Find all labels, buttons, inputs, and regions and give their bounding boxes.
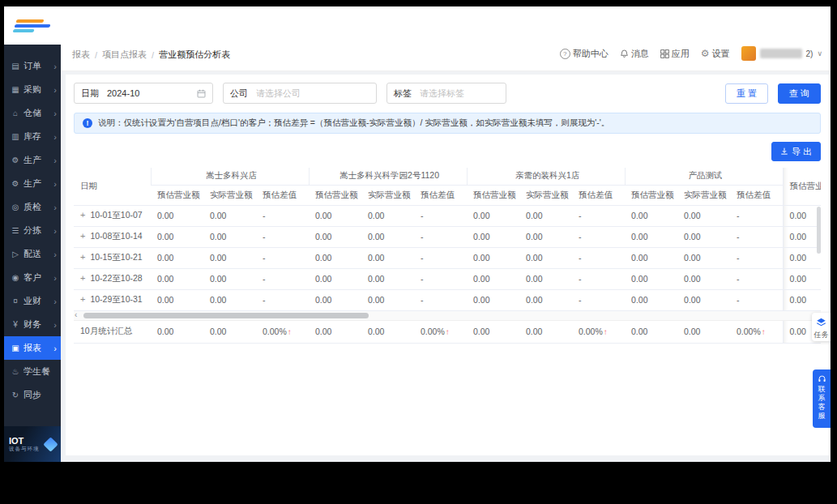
finance-icon: ¥ xyxy=(11,320,20,329)
chevron-right-icon: › xyxy=(53,344,57,353)
chevron-right-icon: › xyxy=(53,132,57,142)
apps-label: 应用 xyxy=(672,48,690,60)
cell-value: - xyxy=(730,247,783,268)
sidebar-item-label: 采购 xyxy=(23,83,41,96)
date-input[interactable]: 日期 2024-10 xyxy=(74,83,213,104)
calendar-icon[interactable] xyxy=(197,89,206,98)
download-icon xyxy=(780,147,788,156)
chevron-down-icon: ∨ xyxy=(817,49,822,58)
sub-column-header: 预估差值 xyxy=(572,185,625,205)
scroll-left-icon[interactable]: ‹ xyxy=(75,310,77,319)
sidebar-item-label: 订单 xyxy=(23,60,41,72)
table-row: +10-01至10-070.000.00-0.000.00-0.000.00-0… xyxy=(74,205,821,226)
summary-cell-value: 0.00 xyxy=(519,321,572,344)
messages-button[interactable]: 消息 xyxy=(620,48,649,60)
sidebar-item-report[interactable]: ▣报表› xyxy=(4,336,61,360)
iot-panel[interactable]: IOT 设备与环境 xyxy=(4,426,61,462)
vertical-scrollbar-thumb[interactable] xyxy=(817,207,821,254)
sidebar-item-production-2[interactable]: ⚙生产› xyxy=(4,172,61,195)
table-row: +10-08至10-140.000.00-0.000.00-0.000.00-0… xyxy=(74,226,821,247)
group-header: 嵩士多科兴店 xyxy=(151,168,309,185)
cell-value: 0.00 xyxy=(519,205,572,226)
reset-button[interactable]: 重 置 xyxy=(725,83,768,104)
logo-cell[interactable] xyxy=(4,6,61,45)
user-menu[interactable]: 2) ∨ xyxy=(741,46,823,61)
row-date-label: 10-22至10-28 xyxy=(90,273,142,283)
breadcrumb-reports[interactable]: 报表 xyxy=(72,49,90,61)
row-date-label: 10-15至10-21 xyxy=(90,252,142,262)
company-label: 公司 xyxy=(230,88,248,100)
expand-icon[interactable]: + xyxy=(80,273,85,283)
cell-value: 0.00 xyxy=(467,226,519,247)
sidebar-item-sync[interactable]: ↻同步 xyxy=(4,383,61,407)
expand-icon[interactable]: + xyxy=(80,231,85,241)
sidebar-item-sorting[interactable]: ☰分拣› xyxy=(4,219,61,242)
sidebar-item-label: 生产 xyxy=(23,154,41,166)
sidebar-item-production-1[interactable]: ⚙生产› xyxy=(4,148,61,172)
table-row: +10-29至10-310.000.00-0.000.00-0.000.00-0… xyxy=(74,289,821,310)
sync-icon: ↻ xyxy=(11,391,20,399)
tag-select[interactable]: 标签 请选择标签 xyxy=(386,83,506,104)
sidebar-item-quality[interactable]: ◎质检› xyxy=(4,195,61,219)
up-arrow-icon: ↑ xyxy=(288,327,292,336)
cell-value: 0.00 xyxy=(677,247,730,268)
cell-value: 0.00 xyxy=(519,226,572,247)
purchase-icon: ▦ xyxy=(11,85,20,94)
summary-cell-value: 0.00%↑ xyxy=(730,321,783,344)
scrollbar-thumb[interactable] xyxy=(83,313,369,318)
expand-icon[interactable]: + xyxy=(80,210,85,220)
sidebar-item-finance[interactable]: ¥财务› xyxy=(4,313,61,336)
cell-value: 0.00 xyxy=(151,289,203,310)
cell-value: - xyxy=(730,268,783,289)
breadcrumb: 报表 / 项目点报表 / 营业额预估分析表 xyxy=(72,49,230,61)
row-date-label: 10-08至10-14 xyxy=(90,231,142,241)
row-date-cell: +10-08至10-14 xyxy=(74,226,151,247)
sidebar-item-label: 库存 xyxy=(23,130,41,143)
cell-value: - xyxy=(572,205,625,226)
breadcrumb-project-reports[interactable]: 项目点报表 xyxy=(102,49,147,61)
help-center-button[interactable]: ? 帮助中心 xyxy=(560,48,609,60)
chevron-right-icon: › xyxy=(53,203,57,212)
sidebar-menu: ▤订单›▦采购›⌂仓储›▥库存›⚙生产›⚙生产›◎质检›☰分拣›▷配送›◉客户›… xyxy=(4,45,61,407)
chevron-right-icon: › xyxy=(53,109,57,118)
row-date-cell: +10-15至10-21 xyxy=(74,247,151,268)
sidebar-item-orders[interactable]: ▤订单› xyxy=(4,54,61,78)
chevron-right-icon: › xyxy=(53,62,57,71)
cell-value: 0.00 xyxy=(361,289,414,310)
customer-icon: ◉ xyxy=(11,273,20,282)
sidebar-item-customer[interactable]: ◉客户› xyxy=(4,266,61,289)
chevron-right-icon: › xyxy=(53,179,57,189)
expand-icon[interactable]: + xyxy=(80,294,85,304)
task-float-button[interactable]: 任务 xyxy=(812,313,831,341)
sidebar-item-student-meal[interactable]: ♨学生餐 xyxy=(4,360,61,383)
sidebar-item-warehouse[interactable]: ⌂仓储› xyxy=(4,101,61,125)
sub-column-header: 实际营业额 xyxy=(361,185,414,205)
sidebar-item-purchase[interactable]: ▦采购› xyxy=(4,78,61,101)
apps-grid-icon xyxy=(660,49,669,58)
sorting-icon: ☰ xyxy=(11,226,20,235)
breadcrumb-separator: / xyxy=(152,50,154,60)
query-button[interactable]: 查 询 xyxy=(778,83,821,104)
expand-icon[interactable]: + xyxy=(80,252,85,262)
company-logo-icon xyxy=(12,19,52,32)
apps-button[interactable]: 应用 xyxy=(660,48,690,60)
cell-value: 0.00 xyxy=(519,268,572,289)
horizontal-scrollbar[interactable]: ‹ › xyxy=(74,311,821,321)
sidebar-item-inventory[interactable]: ▥库存› xyxy=(4,125,61,148)
user-name-suffix: 2) xyxy=(806,49,814,58)
company-select[interactable]: 公司 请选择公司 xyxy=(223,83,377,104)
sub-column-header: 预估营业额 xyxy=(151,185,203,205)
row-date-cell: +10-01至10-07 xyxy=(74,205,151,226)
sidebar-item-label: 财务 xyxy=(23,318,41,331)
customer-service-button[interactable]: 联系客服 xyxy=(813,369,831,428)
group-header: 嵩士多科兴科学园2号1120 xyxy=(309,168,467,185)
sidebar-item-delivery[interactable]: ▷配送› xyxy=(4,242,61,266)
cell-value: 0.00 xyxy=(625,289,677,310)
avatar xyxy=(741,46,756,61)
sidebar-item-business[interactable]: ¤业财› xyxy=(4,289,61,313)
export-button[interactable]: 导 出 xyxy=(771,142,821,161)
settings-button[interactable]: ⚙ 设置 xyxy=(701,48,730,60)
cell-value: 0.00 xyxy=(783,226,821,247)
cell-value: - xyxy=(414,226,467,247)
summary-cell-value: 0.00%↑ xyxy=(256,321,309,344)
